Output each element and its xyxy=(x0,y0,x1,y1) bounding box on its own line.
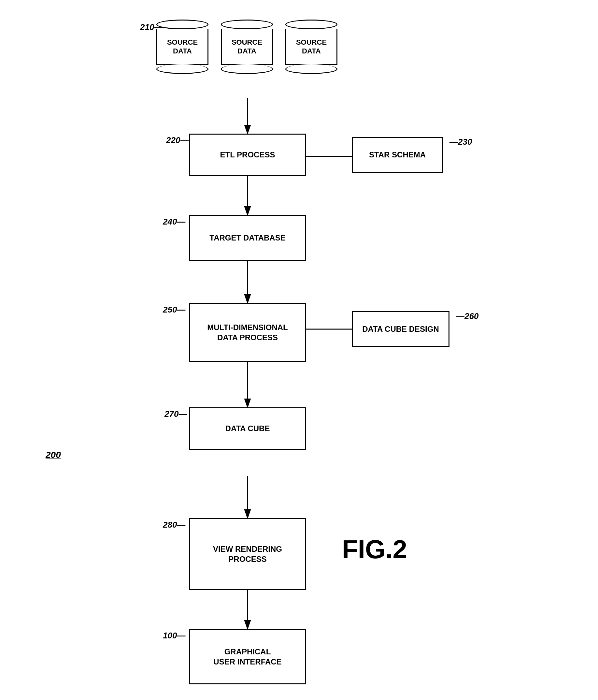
ref-260: —260 xyxy=(456,311,478,321)
target-database-box: TARGET DATABASE xyxy=(189,215,306,261)
source-data-2-cylinder: SOURCE DATA xyxy=(221,20,273,74)
cylinder-bottom-2 xyxy=(221,64,273,74)
ref-100: 100— xyxy=(163,631,185,641)
view-rendering-box: VIEW RENDERING PROCESS xyxy=(189,518,306,590)
ref-240: 240— xyxy=(163,217,185,227)
gui-box: GRAPHICAL USER INTERFACE xyxy=(189,629,306,684)
source-data-2-label: SOURCE DATA xyxy=(221,29,273,65)
ref-230: —230 xyxy=(449,137,472,147)
ref-250: 250— xyxy=(163,305,185,315)
data-cube-design-box: DATA CUBE DESIGN xyxy=(352,311,449,347)
etl-process-box: ETL PROCESS xyxy=(189,133,306,176)
figure-label: FIG.2 xyxy=(342,534,407,565)
source-data-1-cylinder: SOURCE DATA xyxy=(156,20,208,74)
cylinder-top-1 xyxy=(156,20,208,29)
source-data-1-label: SOURCE DATA xyxy=(156,29,208,65)
star-schema-box: STAR SCHEMA xyxy=(352,137,443,173)
cylinder-bottom-1 xyxy=(156,64,208,74)
cylinder-top-3 xyxy=(285,20,337,29)
ref-280: 280— xyxy=(163,520,185,530)
source-data-3-label: SOURCE DATA xyxy=(285,29,337,65)
ref-210: 210— xyxy=(140,22,162,32)
ref-270: 270— xyxy=(164,409,187,419)
cylinder-top-2 xyxy=(221,20,273,29)
cylinder-bottom-3 xyxy=(285,64,337,74)
main-ref-200: 200 xyxy=(46,450,61,460)
diagram: SOURCE DATA SOURCE DATA SOURCE DATA 210—… xyxy=(0,0,598,700)
ref-220: 220— xyxy=(166,135,189,145)
data-cube-box: DATA CUBE xyxy=(189,407,306,450)
source-data-3-cylinder: SOURCE DATA xyxy=(285,20,337,74)
multi-dimensional-box: MULTI-DIMENSIONAL DATA PROCESS xyxy=(189,303,306,362)
